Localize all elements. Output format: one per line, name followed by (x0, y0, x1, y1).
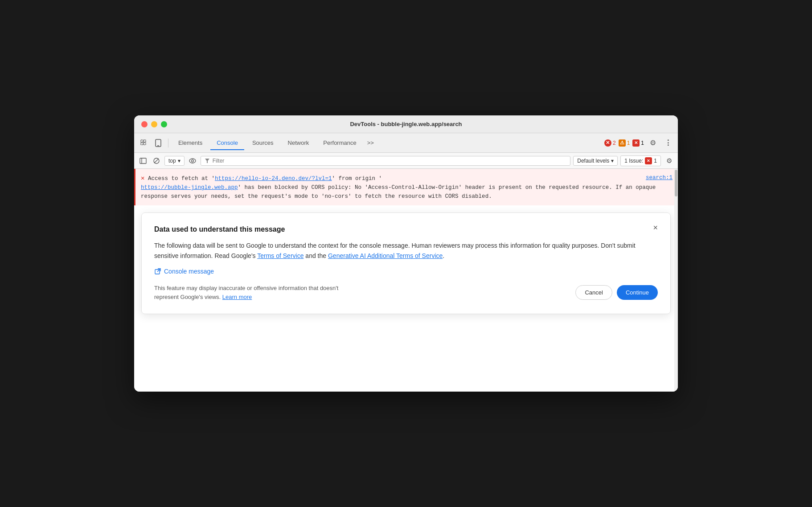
tab-network[interactable]: Network (282, 136, 316, 150)
error-url1-link[interactable]: https://hello-io-24.deno.dev/?lvl=1 (215, 176, 332, 182)
error-url2-link[interactable]: https://bubble-jingle.web.app (141, 184, 238, 191)
tab-console[interactable]: Console (210, 136, 244, 150)
window-title: DevTools - bubble-jingle.web.app/search (350, 121, 462, 127)
gear-icon: ⚙ (666, 157, 672, 165)
svg-line-9 (154, 159, 159, 163)
scrollbar-thumb[interactable] (675, 170, 677, 196)
svg-marker-12 (205, 159, 209, 163)
info-badge: ✕ 1 (632, 139, 644, 147)
devtools-window: DevTools - bubble-jingle.web.app/search … (134, 115, 678, 392)
cursor-icon (140, 139, 148, 147)
svg-point-11 (191, 159, 193, 162)
error-text-prefix: Access to fetch at ' (148, 176, 215, 182)
gear-icon: ⚙ (650, 139, 656, 147)
error-icon: ✕ (141, 175, 144, 182)
console-toolbar: top ▾ Default levels ▾ 1 Issue: ✕ 1 ⚙ (134, 153, 678, 169)
error-line-ref[interactable]: search:1 (646, 173, 673, 182)
chevron-down-icon: ▾ (611, 158, 614, 164)
more-vert-icon: ⋮ (664, 139, 672, 147)
filter-bar[interactable] (201, 156, 571, 166)
eye-btn[interactable] (187, 155, 198, 166)
ai-tos-link[interactable]: Generative AI Additional Terms of Servic… (328, 252, 443, 259)
sidebar-toggle-btn[interactable] (138, 155, 148, 166)
sidebar-icon (139, 158, 147, 164)
ai-dialog: × Data used to understand this message T… (141, 213, 671, 314)
filter-input[interactable] (213, 158, 567, 164)
svg-rect-0 (141, 140, 143, 142)
dialog-body: The following data will be sent to Googl… (154, 241, 658, 261)
dialog-title: Data used to understand this message (154, 225, 658, 233)
close-icon: × (653, 223, 658, 232)
cursor-icon-btn[interactable] (138, 137, 150, 149)
issue-badge[interactable]: 1 Issue: ✕ 1 (620, 155, 661, 166)
more-options-button[interactable]: ⋮ (662, 137, 674, 149)
svg-rect-1 (144, 140, 146, 142)
clear-console-btn[interactable] (151, 155, 162, 166)
device-icon (155, 139, 162, 147)
svg-point-10 (189, 159, 196, 163)
minimize-button[interactable] (151, 121, 157, 127)
error-message-row: ✕ Access to fetch at 'https://hello-io-2… (134, 169, 678, 205)
dialog-close-button[interactable]: × (653, 224, 658, 232)
console-settings-btn[interactable]: ⚙ (664, 155, 674, 166)
tab-performance[interactable]: Performance (317, 136, 362, 150)
clear-icon (153, 158, 160, 164)
tab-elements[interactable]: Elements (172, 136, 209, 150)
error-badge: ✕ 2 (604, 139, 616, 147)
svg-rect-2 (141, 143, 143, 145)
error-text-mid1: ' from origin ' (332, 176, 382, 182)
svg-rect-3 (144, 143, 146, 145)
console-content: ✕ Access to fetch at 'https://hello-io-2… (134, 169, 678, 392)
more-tabs-button[interactable]: >> (365, 138, 377, 148)
toolbar-right: ✕ 2 ⚠ 1 ✕ 1 ⚙ ⋮ (604, 137, 674, 149)
tab-sources[interactable]: Sources (246, 136, 280, 150)
tos-link[interactable]: Terms of Service (257, 252, 303, 259)
error-icon: ✕ (604, 139, 611, 147)
titlebar: DevTools - bubble-jingle.web.app/search (134, 115, 678, 133)
close-button[interactable] (141, 121, 148, 127)
scrollbar[interactable] (674, 169, 678, 392)
svg-line-14 (157, 269, 160, 272)
external-link-icon (154, 268, 161, 275)
maximize-button[interactable] (161, 121, 167, 127)
main-toolbar: Elements Console Sources Network Perform… (134, 133, 678, 153)
continue-button[interactable]: Continue (617, 285, 658, 300)
warning-badge: ⚠ 1 (619, 139, 630, 147)
warning-icon: ⚠ (619, 139, 626, 147)
settings-button[interactable]: ⚙ (647, 137, 659, 149)
cancel-button[interactable]: Cancel (575, 285, 612, 300)
svg-rect-6 (140, 158, 146, 164)
dialog-connector: and the (305, 252, 326, 259)
dialog-period: . (443, 252, 444, 259)
dialog-buttons: Cancel Continue (575, 285, 658, 300)
eye-icon (189, 158, 196, 164)
console-message-link[interactable]: Console message (154, 268, 658, 275)
toolbar-separator (168, 139, 168, 147)
info-icon: ✕ (632, 139, 640, 147)
dialog-footer-text: This feature may display inaccurate or o… (154, 284, 359, 301)
filter-icon (205, 158, 210, 164)
issue-icon: ✕ (645, 157, 652, 164)
chevron-down-icon: ▾ (178, 158, 180, 164)
log-level-selector[interactable]: Default levels ▾ (573, 156, 618, 166)
device-icon-btn[interactable] (152, 137, 164, 149)
traffic-lights (141, 121, 167, 127)
context-selector[interactable]: top ▾ (164, 156, 185, 166)
learn-more-link[interactable]: Learn more (222, 294, 252, 300)
dialog-footer: This feature may display inaccurate or o… (154, 284, 658, 301)
